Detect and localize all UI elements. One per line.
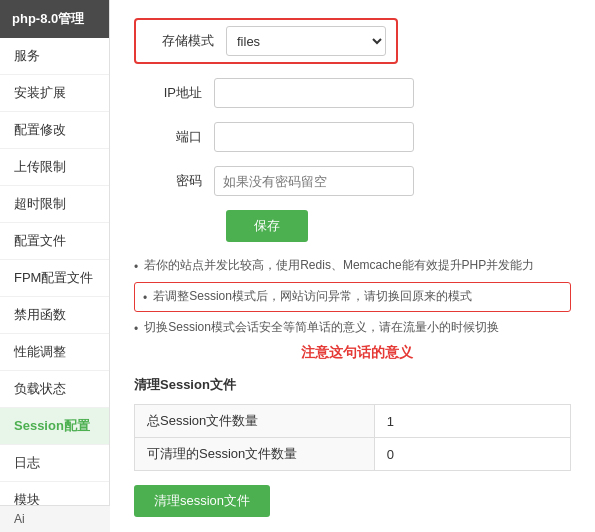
password-input[interactable] [214, 166, 414, 196]
ip-input[interactable] [214, 78, 414, 108]
table-row-cleanable: 可清理的Session文件数量 0 [135, 438, 571, 471]
password-row: 密码 [134, 166, 571, 196]
storage-select[interactable]: files redis memcache [226, 26, 386, 56]
note-1-dot: • [134, 258, 138, 276]
sidebar-item-disabled-func[interactable]: 禁用函数 [0, 297, 109, 334]
cleanable-session-label: 可清理的Session文件数量 [135, 438, 375, 471]
total-session-label: 总Session文件数量 [135, 405, 375, 438]
password-label: 密码 [134, 172, 214, 190]
sidebar-title: php-8.0管理 [0, 0, 109, 38]
ip-row: IP地址 [134, 78, 571, 108]
sidebar-item-install-ext[interactable]: 安装扩展 [0, 75, 109, 112]
sidebar-item-config-modify[interactable]: 配置修改 [0, 112, 109, 149]
note-3-dot: • [134, 320, 138, 338]
storage-mode-row: 存储模式 files redis memcache [134, 18, 398, 64]
sidebar-item-config-file[interactable]: 配置文件 [0, 223, 109, 260]
sidebar-item-load-status[interactable]: 负载状态 [0, 371, 109, 408]
note-3: • 切换Session模式会话安全等简单话的意义，请在流量小的时候切换 [134, 318, 571, 338]
sidebar-item-upload-limit[interactable]: 上传限制 [0, 149, 109, 186]
storage-label: 存储模式 [146, 32, 226, 50]
sidebar-item-fpm-config[interactable]: FPM配置文件 [0, 260, 109, 297]
note-2-text: 若调整Session模式后，网站访问异常，请切换回原来的模式 [153, 287, 472, 305]
sidebar-item-timeout[interactable]: 超时限制 [0, 186, 109, 223]
note-2-highlighted: • 若调整Session模式后，网站访问异常，请切换回原来的模式 [134, 282, 571, 312]
table-row-total: 总Session文件数量 1 [135, 405, 571, 438]
notes-section: • 若你的站点并发比较高，使用Redis、Memcache能有效提升PHP并发能… [134, 256, 571, 362]
port-input[interactable] [214, 122, 414, 152]
session-clean-title: 清理Session文件 [134, 376, 571, 394]
cleanable-session-value: 0 [374, 438, 570, 471]
note-2-dot: • [143, 289, 147, 307]
sidebar-item-log[interactable]: 日志 [0, 445, 109, 482]
sidebar-item-perf-tuning[interactable]: 性能调整 [0, 334, 109, 371]
session-table: 总Session文件数量 1 可清理的Session文件数量 0 [134, 404, 571, 471]
port-label: 端口 [134, 128, 214, 146]
main-content: 存储模式 files redis memcache IP地址 端口 密码 保存 [110, 0, 595, 532]
total-session-value: 1 [374, 405, 570, 438]
sidebar-item-session-config[interactable]: Session配置 [0, 408, 109, 445]
attention-text: 注意这句话的意义 [142, 344, 571, 362]
port-row: 端口 [134, 122, 571, 152]
note-1-text: 若你的站点并发比较高，使用Redis、Memcache能有效提升PHP并发能力 [144, 256, 534, 274]
sidebar: php-8.0管理 服务 安装扩展 配置修改 上传限制 超时限制 配置文件 FP… [0, 0, 110, 532]
save-button[interactable]: 保存 [226, 210, 308, 242]
clean-session-button[interactable]: 清理session文件 [134, 485, 270, 517]
sidebar-item-service[interactable]: 服务 [0, 38, 109, 75]
note-1: • 若你的站点并发比较高，使用Redis、Memcache能有效提升PHP并发能… [134, 256, 571, 276]
note-3-text: 切换Session模式会话安全等简单话的意义，请在流量小的时候切换 [144, 318, 499, 336]
bottom-label: Ai [0, 505, 110, 532]
ip-label: IP地址 [134, 84, 214, 102]
ai-label: Ai [14, 512, 25, 526]
